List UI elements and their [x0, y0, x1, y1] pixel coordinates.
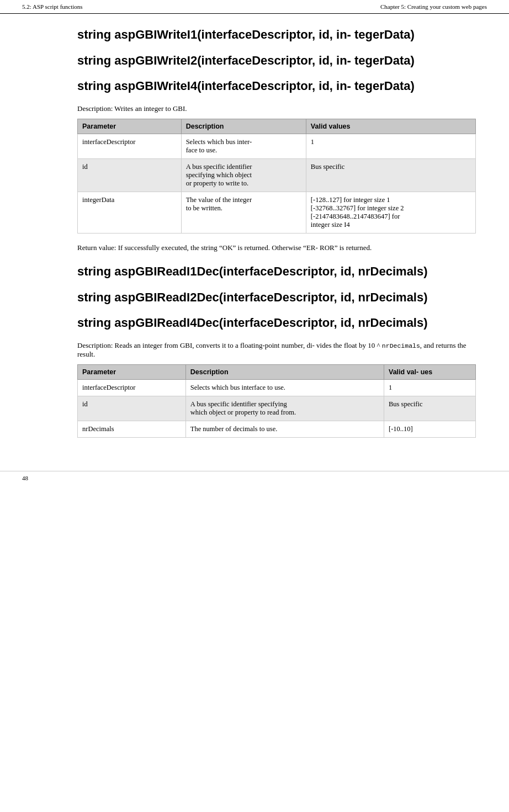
table-row: interfaceDescriptor — [78, 134, 182, 158]
table-row: id — [78, 396, 186, 421]
writeI4-table: Parameter Description Valid values inter… — [77, 119, 476, 233]
header-left: 5.2: ASP script functions — [22, 3, 83, 10]
table-row: Bus specific — [306, 158, 475, 192]
section-writeI2-title: string aspGBIWriteI2(interfaceDescriptor… — [77, 53, 476, 69]
section-writeI1-title: string aspGBIWriteI1(interfaceDescriptor… — [77, 27, 476, 43]
table-row: integerData — [78, 192, 182, 233]
readI4Dec-table: Parameter Description Valid val- ues int… — [77, 364, 476, 438]
page-header: 5.2: ASP script functions Chapter 5: Cre… — [0, 0, 509, 14]
writeI4-description: Description: Writes an integer to GBI. — [77, 104, 476, 113]
table-row: The value of the integer to be written. — [181, 192, 306, 233]
content-area: string aspGBIWriteI1(interfaceDescriptor… — [0, 14, 509, 460]
table-row: Bus specific — [384, 396, 476, 421]
table-row: [-128..127] for integer size 1 [-32768..… — [306, 192, 475, 233]
table-row: 1 — [306, 134, 475, 158]
writeI4-col-param: Parameter — [78, 119, 182, 134]
table-row: id — [78, 158, 182, 192]
section-writeI4-title: string aspGBIWriteI4(interfaceDescriptor… — [77, 78, 476, 94]
table-row: Selects which bus interface to use. — [185, 380, 384, 396]
writeI4-return: Return value: If successfully executed, … — [77, 242, 476, 253]
table-row: Selects which bus inter- face to use. — [181, 134, 306, 158]
writeI4-col-valid: Valid values — [306, 119, 475, 134]
page-number: 48 — [22, 475, 28, 481]
writeI4-col-desc: Description — [181, 119, 306, 134]
table-row: interfaceDescriptor — [78, 380, 186, 396]
section-readI1Dec-title: string aspGBIReadI1Dec(interfaceDescript… — [77, 264, 476, 280]
table-row: [-10..10] — [384, 421, 476, 438]
section-readI4Dec-title: string aspGBIReadI4Dec(interfaceDescript… — [77, 315, 476, 331]
table-row: nrDecimals — [78, 421, 186, 438]
table-row: A bus specific identifier specifying whi… — [181, 158, 306, 192]
table-row: The number of decimals to use. — [185, 421, 384, 438]
readI4Dec-description: Description: Reads an integer from GBI, … — [77, 341, 476, 359]
readI4Dec-col-param: Parameter — [78, 365, 186, 380]
table-row: 1 — [384, 380, 476, 396]
readI4Dec-col-valid: Valid val- ues — [384, 365, 476, 380]
readI4Dec-col-desc: Description — [185, 365, 384, 380]
section-readI2Dec-title: string aspGBIReadI2Dec(interfaceDescript… — [77, 290, 476, 306]
page-footer: 48 — [0, 471, 509, 485]
header-right: Chapter 5: Creating your custom web page… — [380, 3, 487, 10]
table-row: A bus specific identifier specifying whi… — [185, 396, 384, 421]
